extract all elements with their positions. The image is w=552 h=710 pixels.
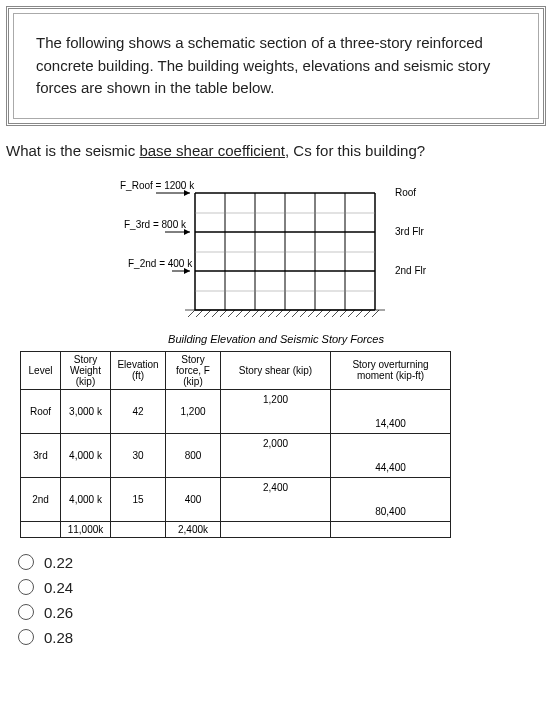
svg-line-29 <box>300 310 307 317</box>
question-pre: What is the seismic <box>6 142 139 159</box>
option-b[interactable]: 0.24 <box>18 579 552 596</box>
diagram-svg: F_Roof = 1200 k F_3rd = 800 k F_2nd = 40… <box>60 173 480 323</box>
prompt-text: The following shows a schematic section … <box>36 32 516 100</box>
svg-line-25 <box>268 310 275 317</box>
cell-shear: 1,200 <box>221 389 331 433</box>
radio-icon[interactable] <box>18 604 34 620</box>
header-weight: Story Weight (kip) <box>61 351 111 389</box>
radio-icon[interactable] <box>18 629 34 645</box>
cell-moment: 44,400 <box>331 433 451 477</box>
header-force: Story force, F (kip) <box>166 351 221 389</box>
cell-shear: 2,000 <box>221 433 331 477</box>
building-diagram: F_Roof = 1200 k F_3rd = 800 k F_2nd = 40… <box>60 173 512 323</box>
cell-total-force: 2,400k <box>166 521 221 537</box>
question-post: , Cs for this building? <box>285 142 425 159</box>
svg-line-21 <box>236 310 243 317</box>
header-moment: Story overturning moment (kip-ft) <box>331 351 451 389</box>
radio-icon[interactable] <box>18 554 34 570</box>
svg-line-36 <box>356 310 363 317</box>
option-c[interactable]: 0.26 <box>18 604 552 621</box>
header-level: Level <box>21 351 61 389</box>
svg-line-32 <box>324 310 331 317</box>
table-row: 2nd 4,000 k 15 400 2,400 80,400 <box>21 477 451 521</box>
label-second: 2nd Flr <box>395 265 427 276</box>
option-label: 0.26 <box>44 604 73 621</box>
answer-options: 0.22 0.24 0.26 0.28 <box>18 554 552 646</box>
svg-line-31 <box>316 310 323 317</box>
svg-line-26 <box>276 310 283 317</box>
force-roof-label: F_Roof = 1200 k <box>120 180 195 191</box>
table-totals-row: 11,000k 2,400k <box>21 521 451 537</box>
prompt-inner-frame: The following shows a schematic section … <box>13 13 539 119</box>
option-d[interactable]: 0.28 <box>18 629 552 646</box>
cell-weight: 4,000 k <box>61 433 111 477</box>
cell-shear: 2,400 <box>221 477 331 521</box>
cell-elevation: 15 <box>111 477 166 521</box>
svg-line-33 <box>332 310 339 317</box>
svg-line-19 <box>220 310 227 317</box>
label-roof: Roof <box>395 187 416 198</box>
table-header-row: Level Story Weight (kip) Elevation (ft) … <box>21 351 451 389</box>
option-label: 0.22 <box>44 554 73 571</box>
cell-force: 1,200 <box>166 389 221 433</box>
option-label: 0.28 <box>44 629 73 646</box>
svg-line-27 <box>284 310 291 317</box>
force-third-label: F_3rd = 800 k <box>124 219 187 230</box>
svg-line-34 <box>340 310 347 317</box>
option-a[interactable]: 0.22 <box>18 554 552 571</box>
svg-line-24 <box>260 310 267 317</box>
svg-line-20 <box>228 310 235 317</box>
force-second-label: F_2nd = 400 k <box>128 258 193 269</box>
question-text: What is the seismic base shear coefficie… <box>6 142 546 159</box>
header-shear: Story shear (kip) <box>221 351 331 389</box>
building-frame <box>195 193 375 310</box>
svg-line-17 <box>204 310 211 317</box>
cell-blank <box>111 521 166 537</box>
svg-line-22 <box>244 310 251 317</box>
cell-moment: 14,400 <box>331 389 451 433</box>
svg-line-18 <box>212 310 219 317</box>
ground-hatch-icon <box>185 310 385 317</box>
cell-level: 2nd <box>21 477 61 521</box>
cell-force: 400 <box>166 477 221 521</box>
cell-blank <box>21 521 61 537</box>
label-third: 3rd Flr <box>395 226 425 237</box>
radio-icon[interactable] <box>18 579 34 595</box>
cell-level: 3rd <box>21 433 61 477</box>
cell-moment: 80,400 <box>331 477 451 521</box>
cell-weight: 4,000 k <box>61 477 111 521</box>
svg-line-37 <box>364 310 371 317</box>
cell-force: 800 <box>166 433 221 477</box>
cell-level: Roof <box>21 389 61 433</box>
prompt-outer-frame: The following shows a schematic section … <box>6 6 546 126</box>
table-row: Roof 3,000 k 42 1,200 1,200 14,400 <box>21 389 451 433</box>
cell-total-weight: 11,000k <box>61 521 111 537</box>
svg-line-28 <box>292 310 299 317</box>
cell-blank <box>221 521 331 537</box>
cell-elevation: 30 <box>111 433 166 477</box>
cell-elevation: 42 <box>111 389 166 433</box>
svg-line-16 <box>196 310 203 317</box>
cell-weight: 3,000 k <box>61 389 111 433</box>
table-row: 3rd 4,000 k 30 800 2,000 44,400 <box>21 433 451 477</box>
svg-line-30 <box>308 310 315 317</box>
diagram-caption: Building Elevation and Seismic Story For… <box>0 333 552 345</box>
option-label: 0.24 <box>44 579 73 596</box>
cell-blank <box>331 521 451 537</box>
svg-line-35 <box>348 310 355 317</box>
svg-line-23 <box>252 310 259 317</box>
header-elevation: Elevation (ft) <box>111 351 166 389</box>
question-underlined: base shear coefficient <box>139 142 285 159</box>
svg-line-15 <box>188 310 195 317</box>
data-table: Level Story Weight (kip) Elevation (ft) … <box>20 351 451 538</box>
svg-line-38 <box>372 310 379 317</box>
